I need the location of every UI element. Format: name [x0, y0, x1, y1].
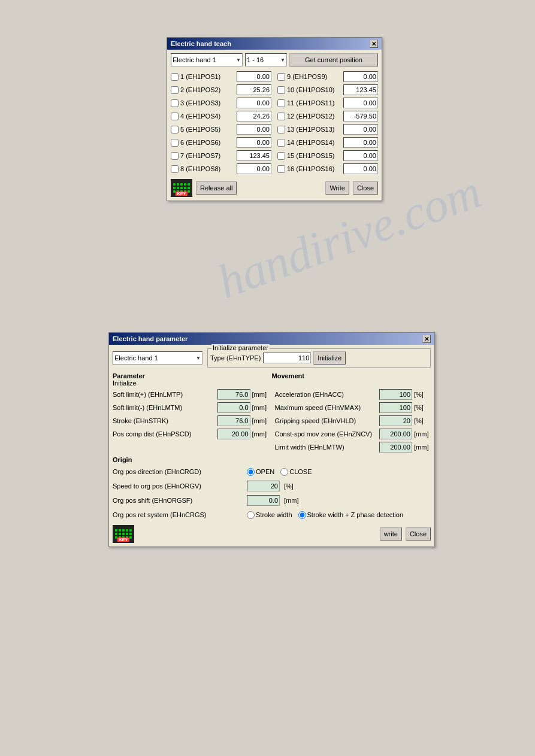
initialize-button[interactable]: Initialize — [313, 351, 346, 365]
pos-7-label: 7 (EH1POS7) — [180, 152, 235, 159]
pos-14-checkbox[interactable] — [277, 139, 285, 147]
vmax-input[interactable] — [379, 402, 412, 413]
pos-15-input[interactable] — [343, 150, 378, 161]
org-direction-radio-group: OPEN CLOSE — [247, 468, 312, 476]
acc-label: Acceleration (EHnACC) — [275, 391, 378, 398]
zncv-unit: [mm] — [414, 430, 431, 438]
pos-row-16: 16 (EH1POS16) — [277, 162, 378, 175]
pos-15-label: 15 (EH1POS15) — [287, 152, 341, 159]
pos-11-checkbox[interactable] — [277, 99, 285, 107]
stroke-z-radio-label[interactable]: Stroke width + Z phase detection — [298, 511, 404, 519]
lmtw-input[interactable] — [379, 442, 412, 453]
pos-row-6: 6 (EH1POS6) — [171, 136, 271, 149]
pos-1-input[interactable] — [237, 71, 271, 82]
pos-7-input[interactable] — [237, 150, 271, 161]
param-title-bar: Electric hand parameter ✕ — [109, 333, 434, 345]
teach-title-bar: Electric hand teach ✕ — [167, 38, 382, 50]
pos-13-checkbox[interactable] — [277, 126, 285, 133]
close-radio[interactable] — [280, 468, 288, 476]
speed-org-input[interactable] — [247, 481, 280, 491]
param-write-button[interactable]: write — [380, 527, 402, 541]
soft-plus-input[interactable] — [217, 389, 250, 400]
param-poscomp-row: Pos comp dist (EHnPSCD) [mm] — [113, 427, 269, 441]
param-hand-select-wrapper: Electric hand 1 — [113, 351, 202, 365]
soft-minus-input[interactable] — [217, 402, 250, 413]
pos-row-12: 12 (EH1POS12) — [277, 110, 378, 123]
pos-10-checkbox[interactable] — [277, 86, 285, 94]
pos-16-input[interactable] — [343, 163, 378, 174]
param-window-title: Electric hand parameter — [113, 335, 188, 342]
soft-plus-label: Soft limit(+) (EHnLMTP) — [113, 391, 216, 398]
origin-title: Origin — [113, 456, 431, 463]
pos-1-label: 1 (EH1POS1) — [180, 73, 235, 80]
pos-1-checkbox[interactable] — [171, 73, 179, 81]
pos-8-input[interactable] — [237, 163, 271, 174]
param-close-icon[interactable]: ✕ — [422, 335, 431, 343]
stroke-input[interactable] — [217, 415, 250, 426]
vhld-input[interactable] — [379, 415, 412, 426]
pos-row-2: 2 (EH1POS2) — [171, 83, 271, 96]
pos-13-input[interactable] — [343, 124, 378, 135]
open-radio[interactable] — [247, 468, 255, 476]
release-all-button[interactable]: Release all — [196, 181, 237, 195]
pos-7-checkbox[interactable] — [171, 152, 179, 160]
poscomp-input[interactable] — [217, 429, 250, 439]
pos-3-checkbox[interactable] — [171, 99, 179, 107]
teach-write-button[interactable]: Write — [325, 181, 349, 195]
speed-org-unit: [%] — [284, 482, 294, 490]
pos-15-checkbox[interactable] — [277, 152, 285, 160]
param-vhld-row: Gripping speed (EHnVHLD) [%] — [275, 414, 431, 427]
get-current-position-button[interactable]: Get current position — [289, 53, 378, 66]
close-radio-label[interactable]: CLOSE — [280, 468, 312, 476]
range-select[interactable]: 1 - 16 — [245, 53, 287, 66]
pos-10-input[interactable] — [343, 84, 378, 95]
stroke-radio[interactable] — [247, 511, 255, 519]
pos-16-checkbox[interactable] — [277, 165, 285, 173]
acc-input[interactable] — [379, 389, 412, 400]
pos-6-input[interactable] — [237, 137, 271, 148]
pos-9-checkbox[interactable] — [277, 73, 285, 81]
pos-8-checkbox[interactable] — [171, 165, 179, 173]
pos-11-label: 11 (EH1POS11) — [287, 99, 341, 107]
pos-14-input[interactable] — [343, 137, 378, 148]
pos-12-input[interactable] — [343, 111, 378, 122]
pos-2-checkbox[interactable] — [171, 86, 179, 94]
pos-5-checkbox[interactable] — [171, 126, 179, 133]
pos-12-checkbox[interactable] — [277, 113, 285, 120]
param-close-button[interactable]: Close — [406, 527, 431, 541]
pos-9-input[interactable] — [343, 71, 378, 82]
param-hand-select[interactable]: Electric hand 1 — [113, 351, 202, 365]
vmax-unit: [%] — [414, 404, 431, 411]
pos-6-label: 6 (EH1POS6) — [180, 139, 235, 146]
stroke-radio-label[interactable]: Stroke width — [247, 511, 292, 519]
stroke-z-radio[interactable] — [298, 511, 306, 519]
param-initialize-sub: Initialize — [113, 379, 272, 387]
stroke-label: Stroke width — [256, 511, 292, 518]
pos-4-checkbox[interactable] — [171, 113, 179, 120]
pos-16-label: 16 (EH1POS16) — [287, 165, 341, 172]
pos-6-checkbox[interactable] — [171, 139, 179, 147]
param-soft-plus-row: Soft limit(+) (EHnLMTP) [mm] — [113, 388, 269, 401]
pos-row-4: 4 (EH1POS4) — [171, 110, 271, 123]
pos-4-input[interactable] — [237, 111, 271, 122]
pos-5-input[interactable] — [237, 124, 271, 135]
type-input[interactable] — [263, 353, 311, 363]
hand-select-wrapper: Electric hand 1 — [171, 53, 243, 66]
open-radio-label[interactable]: OPEN — [247, 468, 274, 476]
zncv-input[interactable] — [379, 429, 412, 439]
zncv-label: Const-spd mov zone (EHnZNCV) — [275, 430, 378, 438]
teach-close-button[interactable]: Close — [353, 181, 378, 195]
org-shift-input[interactable] — [247, 495, 280, 506]
teach-close-icon[interactable]: ✕ — [370, 40, 378, 48]
pos-11-input[interactable] — [343, 98, 378, 108]
positions-grid: 1 (EH1POS1) 2 (EH1POS2) 3 (EH1POS3) 4 (E… — [171, 70, 378, 175]
param-bottom-row: KEY write Close — [113, 525, 431, 543]
param-section-left-header: Parameter Initialize — [113, 372, 272, 387]
param-lmtw-row: Limit width (EHnLMTW) [mm] — [275, 441, 431, 454]
pos-2-input[interactable] — [237, 84, 271, 95]
pos-3-input[interactable] — [237, 98, 271, 108]
param-section-headers: Parameter Initialize Movement — [113, 372, 431, 387]
movement-title: Movement — [272, 372, 431, 379]
teach-window-title: Electric hand teach — [171, 40, 231, 47]
hand-select[interactable]: Electric hand 1 — [171, 53, 243, 66]
